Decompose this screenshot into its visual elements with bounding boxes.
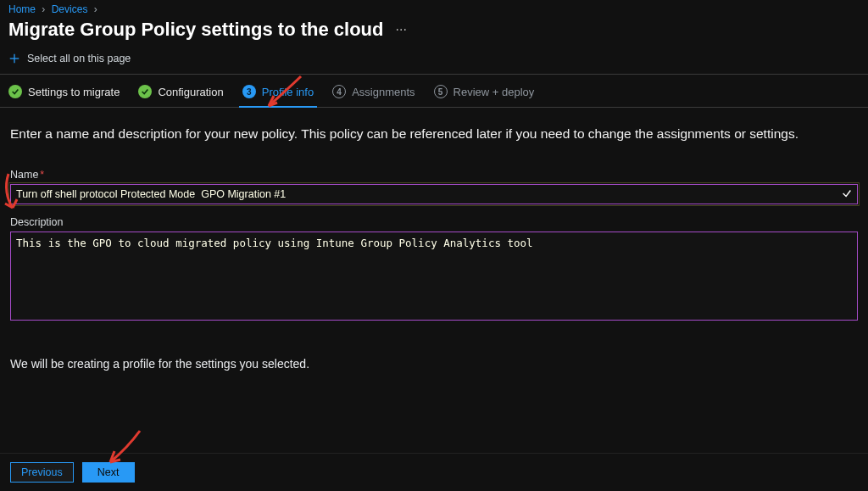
step-assignments[interactable]: 4 Assignments [332, 85, 415, 98]
checkmark-icon [841, 187, 853, 199]
breadcrumb-home[interactable]: Home [8, 3, 36, 15]
wizard-steps: Settings to migrate Configuration 3 Prof… [0, 75, 868, 107]
breadcrumb: Home › Devices › [0, 0, 868, 17]
active-step-underline [239, 106, 317, 108]
description-field[interactable] [10, 232, 858, 321]
step-label: Profile info [262, 86, 314, 98]
step-number-icon: 5 [434, 85, 448, 98]
step-label: Assignments [352, 86, 415, 98]
step-number-icon: 4 [332, 85, 346, 98]
chevron-right-icon: › [42, 3, 45, 15]
chevron-right-icon: › [94, 3, 97, 15]
step-label: Settings to migrate [28, 86, 120, 98]
toolbar: Select all on this page [0, 47, 868, 74]
previous-button[interactable]: Previous [10, 462, 74, 483]
breadcrumb-devices[interactable]: Devices [52, 3, 88, 15]
next-button[interactable]: Next [82, 462, 135, 483]
step-profile-info[interactable]: 3 Profile info [242, 85, 314, 98]
select-all-label: Select all on this page [27, 53, 131, 64]
check-circle-icon [8, 85, 22, 98]
name-field[interactable] [10, 184, 858, 204]
required-icon: * [40, 169, 44, 181]
wizard-footer: Previous Next [0, 453, 868, 491]
page-title-row: Migrate Group Policy settings to the clo… [0, 17, 868, 47]
name-label: Name* [10, 169, 858, 181]
check-circle-icon [138, 85, 152, 98]
creation-note: We will be creating a profile for the se… [0, 323, 868, 371]
description-label: Description [10, 216, 858, 228]
plus-icon [8, 53, 20, 64]
step-label: Review + deploy [453, 86, 535, 98]
step-label: Configuration [158, 86, 223, 98]
select-all-button[interactable]: Select all on this page [8, 53, 131, 64]
step-configuration[interactable]: Configuration [138, 85, 223, 98]
step-number-icon: 3 [242, 85, 256, 98]
more-actions-button[interactable]: ··· [395, 22, 406, 37]
name-label-text: Name [10, 169, 38, 181]
step-settings-to-migrate[interactable]: Settings to migrate [8, 85, 120, 98]
intro-text: Enter a name and description for your ne… [0, 108, 868, 150]
step-review-deploy[interactable]: 5 Review + deploy [434, 85, 535, 98]
profile-form: Name* Description [0, 150, 868, 323]
page-title: Migrate Group Policy settings to the clo… [8, 19, 383, 41]
